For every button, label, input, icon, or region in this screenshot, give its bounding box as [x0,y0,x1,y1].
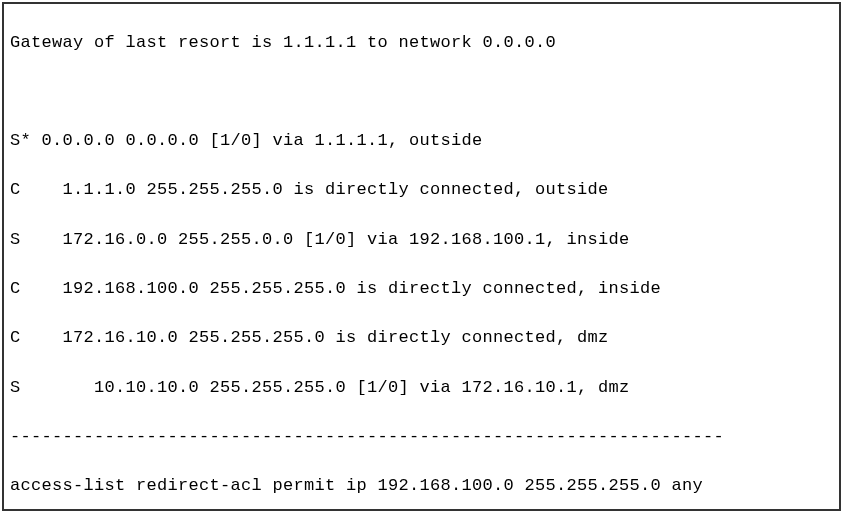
route-entry: S 172.16.0.0 255.255.0.0 [1/0] via 192.1… [10,228,833,253]
route-entry: S* 0.0.0.0 0.0.0.0 [1/0] via 1.1.1.1, ou… [10,129,833,154]
gateway-header: Gateway of last resort is 1.1.1.1 to net… [10,31,833,56]
acl-entry: access-list redirect-acl permit ip 192.1… [10,474,833,499]
terminal-output: Gateway of last resort is 1.1.1.1 to net… [2,2,841,511]
route-entry: S 10.10.10.0 255.255.255.0 [1/0] via 172… [10,376,833,401]
section-separator: ----------------------------------------… [10,425,833,450]
route-entry: C 172.16.10.0 255.255.255.0 is directly … [10,326,833,351]
route-entry: C 192.168.100.0 255.255.255.0 is directl… [10,277,833,302]
route-entry: C 1.1.1.0 255.255.255.0 is directly conn… [10,178,833,203]
blank-line [10,80,833,105]
